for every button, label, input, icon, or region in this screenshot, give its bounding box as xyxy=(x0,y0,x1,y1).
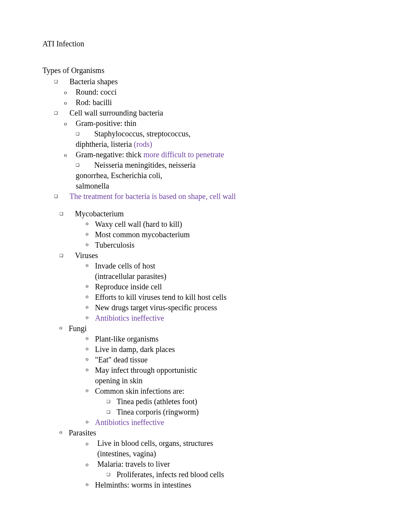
bullet-icon xyxy=(86,271,95,280)
list-item: o Live in damp, dark places xyxy=(86,344,375,355)
item-text: Gram-positive: thin xyxy=(76,118,375,129)
list-item: o Tuberculosis xyxy=(86,240,375,250)
item-text: Invade cells of host xyxy=(95,261,375,271)
item-text: Parasites xyxy=(69,428,375,438)
item-text: Staphylococcus, streptococcus, xyxy=(94,129,375,139)
list-item: o Antibiotics ineffective xyxy=(86,313,375,323)
list-item: ❑ Bacteria shapes xyxy=(54,76,375,87)
bullet-icon: o xyxy=(86,240,95,249)
list-item: o Efforts to kill viruses tend to kill h… xyxy=(86,292,375,303)
bullet-icon: ❑ xyxy=(107,469,117,479)
item-text: Tinea corporis (ringworm) xyxy=(117,407,375,417)
item-text-purple: Antibiotics ineffective xyxy=(95,417,375,428)
bullet-icon: ❑ xyxy=(107,407,117,417)
item-text: Cell wall surrounding bacteria xyxy=(69,108,375,118)
list-item: ❑ Proliferates, infects red blood cells xyxy=(107,469,375,480)
bullet-icon: ❑ xyxy=(59,250,75,260)
bullet-icon: ❑ xyxy=(107,396,117,406)
bullet-icon: o xyxy=(86,219,95,228)
list-item: ❑ Viruses xyxy=(59,250,375,261)
bullet-icon: o xyxy=(86,355,95,364)
item-text: Live in damp, dark places xyxy=(95,344,375,355)
bullet-icon: o xyxy=(86,261,95,270)
bullet-icon: ❑ xyxy=(54,191,69,201)
item-text: Common skin infections are: xyxy=(95,386,375,396)
bullet-icon: o xyxy=(86,417,95,427)
item-text: Bacteria shapes xyxy=(69,76,375,87)
list-item: ❑ Neisseria meningitides, neisseria xyxy=(76,160,375,170)
bullet-icon: o xyxy=(86,313,95,322)
item-text: Tuberculosis xyxy=(95,240,375,250)
bullet-icon: o xyxy=(64,119,76,129)
list-item: opening in skin xyxy=(86,376,375,386)
item-text: "Eat" dead tissue xyxy=(95,355,375,365)
item-text: Malaria: travels to liver xyxy=(97,459,375,469)
bullet-icon: o xyxy=(86,334,95,343)
list-item: o Most common mycobacterium xyxy=(86,229,375,240)
item-text-purple: Antibiotics ineffective xyxy=(95,313,375,323)
item-text: Plant-like organisms xyxy=(95,334,375,344)
bullet-icon: o xyxy=(86,480,95,489)
bullet-icon: ❑ xyxy=(54,108,69,118)
document-title: ATI Infection xyxy=(42,39,375,49)
item-text-purple: The treatment for bacteria is based on s… xyxy=(69,191,375,202)
list-item: (intestines, vagina) xyxy=(86,449,375,459)
item-text: May infect through opportunistic xyxy=(95,365,375,376)
list-item: o Common skin infections are: xyxy=(86,386,375,396)
bullet-icon: o xyxy=(64,151,76,160)
bullet-icon: o xyxy=(59,428,69,437)
bullet-icon xyxy=(86,450,97,459)
list-item: o "Eat" dead tissue xyxy=(86,355,375,365)
list-item: ❑ Mycobacterium xyxy=(59,209,375,219)
bullet-icon: o xyxy=(86,344,95,354)
list-item: o Antibiotics ineffective xyxy=(86,417,375,428)
list-item: o May infect through opportunistic xyxy=(86,365,375,376)
list-item: o Round: cocci xyxy=(64,87,375,97)
list-item: ❑ Staphylococcus, streptococcus, xyxy=(76,129,375,139)
bullet-icon: o xyxy=(64,88,76,97)
item-text: Waxy cell wall (hard to kill) xyxy=(95,219,375,229)
item-text: New drugs target virus-specific process xyxy=(95,303,375,313)
bullet-icon: o xyxy=(86,365,95,374)
item-text: Efforts to kill viruses tend to kill hos… xyxy=(95,292,375,303)
list-item: ❑ The treatment for bacteria is based on… xyxy=(54,191,375,202)
bullet-icon xyxy=(86,376,95,385)
item-text: (intracellular parasites) xyxy=(95,271,375,282)
bullet-icon: ❑ xyxy=(76,160,94,170)
text-part: Gram-negative: thick xyxy=(76,150,142,159)
item-text: Fungi xyxy=(69,323,375,334)
list-item: o Invade cells of host xyxy=(86,261,375,271)
list-item: ❑ Tinea pedis (athletes foot) xyxy=(107,396,375,407)
list-item: o Helminths: worms in intestines xyxy=(86,480,375,490)
item-text: salmonella xyxy=(76,181,375,191)
item-text: Most common mycobacterium xyxy=(95,229,375,240)
bullet-icon: o xyxy=(86,439,97,449)
item-text: diphtheria, listeria (rods) xyxy=(76,139,375,150)
list-item: salmonella xyxy=(76,181,375,191)
bullet-icon: o xyxy=(86,386,95,395)
item-text: Helminths: worms in intestines xyxy=(95,480,375,490)
item-text: Tinea pedis (athletes foot) xyxy=(117,396,375,407)
bullet-icon: o xyxy=(64,99,76,108)
bullet-icon: o xyxy=(86,229,95,239)
bullet-icon: o xyxy=(86,460,97,469)
item-text: Gram-negative: thick more difficult to p… xyxy=(76,150,375,160)
item-text: Rod: bacilli xyxy=(76,97,375,108)
bullet-icon: ❑ xyxy=(59,209,75,219)
item-text: Viruses xyxy=(75,250,375,261)
text-part-purple: (rods) xyxy=(134,140,152,148)
item-text: Round: cocci xyxy=(76,87,375,97)
bullet-icon: o xyxy=(86,282,95,291)
list-item: gonorrhea, Escherichia coli, xyxy=(76,170,375,181)
list-item: o Rod: bacilli xyxy=(64,97,375,108)
item-text: Live in blood cells, organs, structures xyxy=(97,438,375,449)
item-text: Proliferates, infects red blood cells xyxy=(117,469,375,480)
list-item: ❑ Tinea corporis (ringworm) xyxy=(107,407,375,417)
list-item: (intracellular parasites) xyxy=(86,271,375,282)
bullet-icon: o xyxy=(86,292,95,301)
item-text: Neisseria meningitides, neisseria xyxy=(94,160,375,170)
bullet-icon: o xyxy=(86,303,95,312)
list-item: o Plant-like organisms xyxy=(86,334,375,344)
list-item: ❑ Cell wall surrounding bacteria xyxy=(54,108,375,118)
item-text: opening in skin xyxy=(95,376,375,386)
